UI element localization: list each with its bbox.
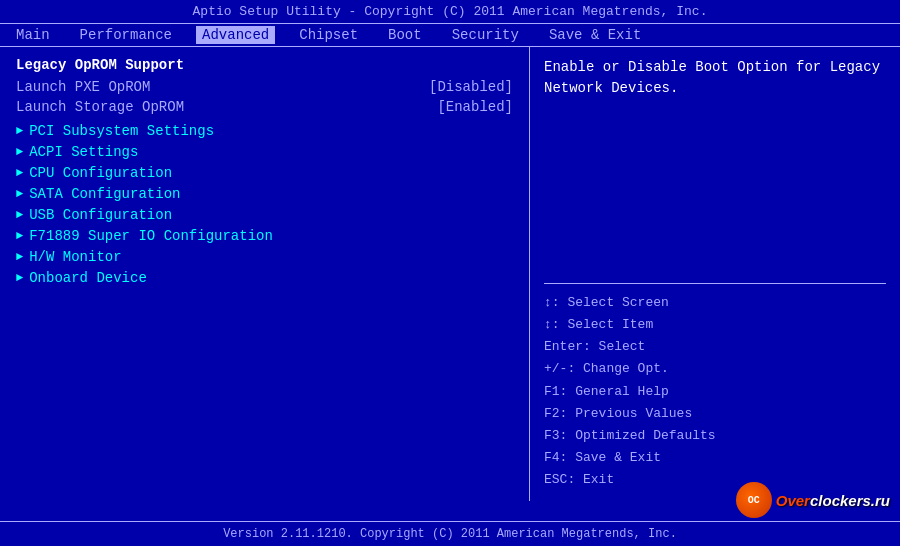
- menu-item-security[interactable]: Security: [446, 26, 525, 44]
- arrow-icon: ►: [16, 229, 23, 243]
- nav-item[interactable]: ►SATA Configuration: [16, 186, 513, 202]
- key-help: ↕: Select Screen↕: Select ItemEnter: Sel…: [544, 283, 886, 491]
- setting-name[interactable]: Launch PXE OpROM: [16, 79, 150, 95]
- arrow-icon: ►: [16, 166, 23, 180]
- nav-item[interactable]: ►ACPI Settings: [16, 144, 513, 160]
- key-help-item: ↕: Select Screen: [544, 292, 886, 314]
- nav-label: H/W Monitor: [29, 249, 121, 265]
- arrow-icon: ►: [16, 145, 23, 159]
- nav-item[interactable]: ►Onboard Device: [16, 270, 513, 286]
- key-help-item: +/-: Change Opt.: [544, 358, 886, 380]
- menu-item-chipset[interactable]: Chipset: [293, 26, 364, 44]
- nav-item[interactable]: ►USB Configuration: [16, 207, 513, 223]
- key-help-item: F3: Optimized Defaults: [544, 425, 886, 447]
- nav-item[interactable]: ►F71889 Super IO Configuration: [16, 228, 513, 244]
- nav-label: Onboard Device: [29, 270, 147, 286]
- left-panel: Legacy OpROM Support Launch PXE OpROM[Di…: [0, 47, 530, 501]
- settings-list: Launch PXE OpROM[Disabled]Launch Storage…: [16, 79, 513, 115]
- nav-label: SATA Configuration: [29, 186, 180, 202]
- setting-value: [Disabled]: [429, 79, 513, 95]
- arrow-icon: ►: [16, 250, 23, 264]
- key-help-item: F1: General Help: [544, 381, 886, 403]
- nav-label: PCI Subsystem Settings: [29, 123, 214, 139]
- nav-item[interactable]: ►CPU Configuration: [16, 165, 513, 181]
- main-content: Legacy OpROM Support Launch PXE OpROM[Di…: [0, 47, 900, 501]
- watermark: OC Overclockers.ru: [736, 482, 890, 518]
- right-panel: Enable or Disable Boot Option for Legacy…: [530, 47, 900, 501]
- watermark-logo: OC: [736, 482, 772, 518]
- key-help-item: ↕: Select Item: [544, 314, 886, 336]
- nav-label: USB Configuration: [29, 207, 172, 223]
- nav-label: F71889 Super IO Configuration: [29, 228, 273, 244]
- section-label: Legacy OpROM Support: [16, 57, 513, 73]
- menu-bar[interactable]: MainPerformanceAdvancedChipsetBootSecuri…: [0, 23, 900, 47]
- nav-label: ACPI Settings: [29, 144, 138, 160]
- key-help-item: Enter: Select: [544, 336, 886, 358]
- menu-item-advanced[interactable]: Advanced: [196, 26, 275, 44]
- arrow-icon: ►: [16, 124, 23, 138]
- key-help-item: F4: Save & Exit: [544, 447, 886, 469]
- setting-name[interactable]: Launch Storage OpROM: [16, 99, 184, 115]
- nav-list[interactable]: ►PCI Subsystem Settings►ACPI Settings►CP…: [16, 123, 513, 286]
- arrow-icon: ►: [16, 271, 23, 285]
- arrow-icon: ►: [16, 187, 23, 201]
- arrow-icon: ►: [16, 208, 23, 222]
- setting-row: Launch PXE OpROM[Disabled]: [16, 79, 513, 95]
- menu-item-save-and-exit[interactable]: Save & Exit: [543, 26, 647, 44]
- nav-item[interactable]: ►PCI Subsystem Settings: [16, 123, 513, 139]
- title-bar: Aptio Setup Utility - Copyright (C) 2011…: [0, 0, 900, 23]
- footer-text: Version 2.11.1210. Copyright (C) 2011 Am…: [223, 527, 677, 541]
- title-text: Aptio Setup Utility - Copyright (C) 2011…: [193, 4, 708, 19]
- menu-item-main[interactable]: Main: [10, 26, 56, 44]
- setting-value: [Enabled]: [437, 99, 513, 115]
- help-text: Enable or Disable Boot Option for Legacy…: [544, 57, 886, 99]
- footer: Version 2.11.1210. Copyright (C) 2011 Am…: [0, 521, 900, 546]
- nav-label: CPU Configuration: [29, 165, 172, 181]
- nav-item[interactable]: ►H/W Monitor: [16, 249, 513, 265]
- menu-item-boot[interactable]: Boot: [382, 26, 428, 44]
- setting-row: Launch Storage OpROM[Enabled]: [16, 99, 513, 115]
- watermark-text: Overclockers.ru: [776, 492, 890, 509]
- key-help-item: F2: Previous Values: [544, 403, 886, 425]
- menu-item-performance[interactable]: Performance: [74, 26, 178, 44]
